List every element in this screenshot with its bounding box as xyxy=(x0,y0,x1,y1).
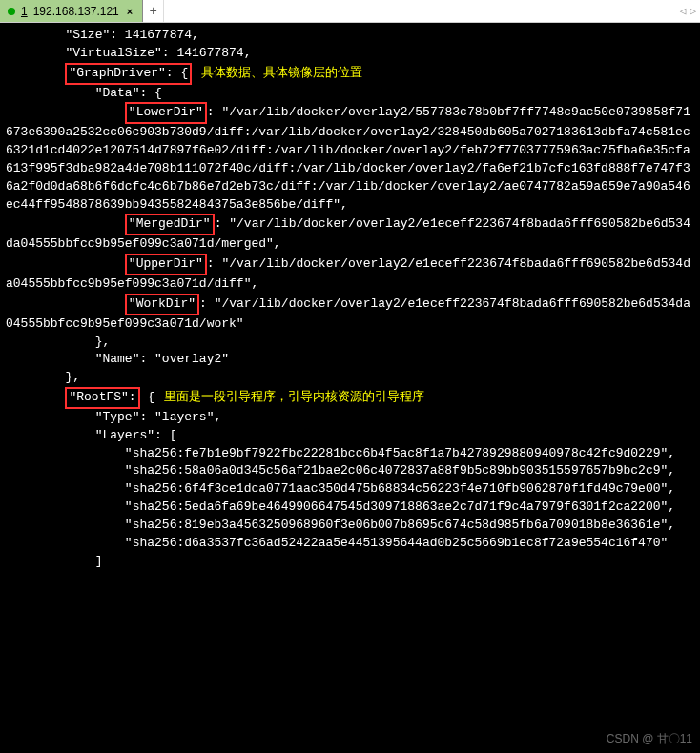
highlight-upperdir: "UpperDir" xyxy=(125,254,207,275)
status-dot-icon xyxy=(8,8,15,15)
line: "sha256:d6a3537fc36ad52422aa5e4451395644… xyxy=(6,536,668,550)
highlight-workdir: "WorkDir" xyxy=(125,294,199,315)
line: "Type": "layers", xyxy=(6,410,221,424)
tab-right-arrow-icon[interactable]: ▷ xyxy=(690,5,696,17)
tab-title: 192.168.137.121 xyxy=(33,5,119,18)
line: "Data": { xyxy=(6,86,162,100)
line: "sha256:5eda6fa69be4649906647545d3097188… xyxy=(6,499,675,514)
watermark: CSDN @ 甘〇11 xyxy=(607,731,692,747)
line: }, xyxy=(6,335,110,349)
tab-active[interactable]: 1 192.168.137.121 × xyxy=(0,0,143,22)
line: "Layers": [ xyxy=(6,428,176,442)
terminal-output: "Size": 141677874, "VirtualSize": 141677… xyxy=(0,23,700,753)
new-tab-button[interactable]: + xyxy=(143,0,164,22)
highlight-graphdriver: "GraphDriver": { xyxy=(65,63,192,85)
line xyxy=(6,296,125,311)
line: "sha256:6f4f3ce1dca0771aac350d475b68834c… xyxy=(6,481,675,496)
line: { xyxy=(140,390,155,404)
line xyxy=(6,105,125,119)
line: "sha256:819eb3a4563250968960f3e06b007b86… xyxy=(6,518,675,532)
tab-index: 1 xyxy=(21,5,28,18)
line xyxy=(6,390,65,404)
line: ] xyxy=(6,554,102,568)
annotation-graphdriver: 具体数据、具体镜像层的位置 xyxy=(201,65,362,79)
line: : "/var/lib/docker/overlay2/557783c78b0b… xyxy=(6,105,690,211)
tab-close-icon[interactable]: × xyxy=(125,6,134,17)
annotation-rootfs: 里面是一段引导程序，引导内核资源的引导程序 xyxy=(164,389,424,403)
line: "sha256:58a06a0d345c56af21bae2c06c407283… xyxy=(6,463,675,478)
tab-left-arrow-icon[interactable]: ◁ xyxy=(680,5,687,17)
tab-index-num: 1 xyxy=(21,5,28,18)
line: "VirtualSize": 141677874, xyxy=(6,46,251,60)
line: "Size": 141677874, xyxy=(6,28,199,42)
line: }, xyxy=(6,370,80,384)
tab-nav-arrows: ◁ ▷ xyxy=(680,0,696,22)
highlight-rootfs: "RootFS": xyxy=(65,387,139,409)
line: "Name": "overlay2" xyxy=(6,352,229,366)
line xyxy=(6,66,65,80)
highlight-lowerdir: "LowerDir" xyxy=(125,102,207,124)
highlight-mergeddir: "MergedDir" xyxy=(125,214,215,235)
line: "sha256:fe7b1e9bf7922fbc22281bcc6b4f5ac8… xyxy=(6,446,675,460)
line xyxy=(6,256,125,271)
line xyxy=(6,216,125,231)
tab-bar: 1 192.168.137.121 × + ◁ ▷ xyxy=(0,0,700,23)
